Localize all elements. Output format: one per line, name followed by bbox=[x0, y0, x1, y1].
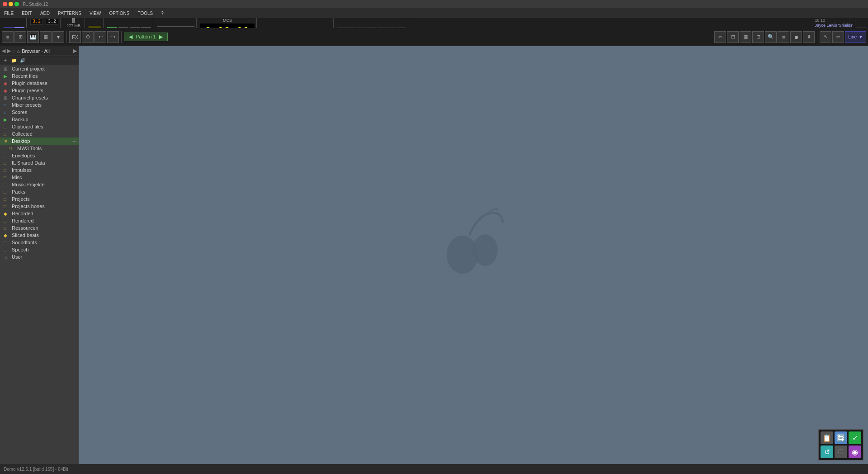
menu-patterns[interactable]: PATTERNS bbox=[56, 10, 84, 17]
browser-item-impulses[interactable]: □ Impulses bbox=[0, 166, 79, 174]
browser-item-packs[interactable]: □ Packs bbox=[0, 188, 79, 195]
browser-item-mw3-tools[interactable]: □ MW3 Tools bbox=[0, 145, 79, 152]
rendered-label: Rendered bbox=[12, 218, 33, 223]
browser-item-ressourcen[interactable]: □ Ressourcen bbox=[0, 224, 79, 232]
browser-item-current-project[interactable]: ⊞ Current project bbox=[0, 65, 79, 72]
menu-file[interactable]: FILE bbox=[2, 10, 16, 17]
song-time-label: 18:12 bbox=[815, 18, 826, 23]
seq-zoom-btn[interactable]: 🔍 bbox=[765, 31, 777, 43]
packs-icon: □ bbox=[4, 190, 10, 194]
pattern-icon-right: ▶ bbox=[159, 34, 163, 39]
menu-edit[interactable]: EDIT bbox=[19, 10, 34, 17]
line-type-dropdown[interactable]: Line ▼ bbox=[845, 31, 866, 43]
song-artist: Jayce Lewis 'Shields' bbox=[815, 23, 853, 28]
brush-mode-btn[interactable]: ✏ bbox=[832, 31, 844, 43]
browser-folder-btn[interactable]: 📁 bbox=[10, 57, 18, 64]
ql-effects-btn[interactable]: ◉ bbox=[849, 446, 861, 458]
ql-loop-btn[interactable]: ↺ bbox=[821, 446, 833, 458]
collected-icon: □ bbox=[4, 132, 10, 137]
plugin-presets-label: Plugin presets bbox=[12, 88, 43, 93]
playlist-btn[interactable]: ▦ bbox=[40, 31, 52, 43]
seq-paste-btn[interactable]: ▦ bbox=[740, 31, 751, 43]
redo-btn[interactable]: ↪ bbox=[107, 31, 119, 43]
plugin-database-label: Plugin database bbox=[12, 81, 47, 86]
mixer-btn[interactable]: ⊞ bbox=[14, 31, 26, 43]
browser-item-clipboard-files[interactable]: □ Clipboard files bbox=[0, 123, 79, 130]
undo-btn[interactable]: ↩ bbox=[94, 31, 106, 43]
menu-help[interactable]: ? bbox=[159, 10, 166, 17]
desktop-icon: ▼ bbox=[4, 139, 10, 144]
browser-fwd-btn[interactable]: ▶ bbox=[7, 48, 11, 54]
browser-item-projects[interactable]: □ Projects bbox=[0, 195, 79, 203]
browser-item-il-shared-data[interactable]: □ IL Shared Data bbox=[0, 159, 79, 166]
volume-label: ▐▌ bbox=[71, 18, 76, 23]
browser-item-mixer-presets[interactable]: ≡ Mixer presets bbox=[0, 101, 79, 109]
seq-select-btn[interactable]: ⊡ bbox=[752, 31, 764, 43]
ql-check-btn[interactable]: ✓ bbox=[849, 431, 861, 444]
musik-projekte-label: Musik-Projekte bbox=[12, 182, 45, 187]
channel-rack-btn[interactable]: ≡ bbox=[2, 31, 14, 43]
browser-item-desktop[interactable]: ▼ Desktop − bbox=[0, 137, 79, 145]
menu-add[interactable]: ADD bbox=[38, 10, 52, 17]
mw3-tools-label: MW3 Tools bbox=[17, 146, 42, 151]
fx-btn[interactable]: FX bbox=[69, 31, 81, 43]
fl-watermark bbox=[433, 200, 514, 310]
browser-item-envelopes[interactable]: □ Envelopes bbox=[0, 152, 79, 159]
clipboard-files-icon: □ bbox=[4, 124, 10, 129]
browser-expand-btn[interactable]: ▶ bbox=[73, 48, 77, 54]
envelopes-label: Envelopes bbox=[12, 153, 35, 158]
browser-item-projects-bones[interactable]: □ Projects bones bbox=[0, 203, 79, 210]
backup-label: Backup bbox=[12, 117, 28, 122]
pattern-button[interactable]: ◀ Pattern 1 ▶ bbox=[124, 33, 168, 41]
seq-cut-btn[interactable]: ✂ bbox=[714, 31, 726, 43]
browser-item-plugin-presets[interactable]: ◆ Plugin presets bbox=[0, 87, 79, 94]
browser-speaker-btn[interactable]: 🔊 bbox=[19, 57, 26, 64]
il-shared-data-label: IL Shared Data bbox=[12, 160, 45, 166]
snap-btn[interactable]: ⊙ bbox=[82, 31, 94, 43]
browser-item-backup[interactable]: ▶ Backup bbox=[0, 116, 79, 123]
browser-back-btn[interactable]: ◀ bbox=[2, 48, 5, 54]
browser-item-soundfonts[interactable]: □ Soundfonts bbox=[0, 239, 79, 246]
seq-mixer2-btn[interactable]: ≡ bbox=[778, 31, 789, 43]
seq-record-btn[interactable]: ⏺ bbox=[790, 31, 802, 43]
browser-item-rendered[interactable]: □ Rendered bbox=[0, 217, 79, 224]
sliced-beats-icon: ◆ bbox=[4, 233, 10, 238]
minimize-button[interactable] bbox=[9, 2, 13, 6]
menu-view[interactable]: VIEW bbox=[87, 10, 104, 17]
ql-refresh-btn[interactable]: 🔄 bbox=[835, 431, 847, 444]
browser-item-musik-projekte[interactable]: □ Musik-Projekte bbox=[0, 181, 79, 188]
current-project-label: Current project bbox=[12, 66, 45, 71]
seq-copy-btn[interactable]: ⊞ bbox=[727, 31, 739, 43]
main-workspace bbox=[79, 46, 868, 464]
browser-add-btn[interactable]: + bbox=[2, 57, 9, 64]
ql-clipboard-btn[interactable]: 📋 bbox=[821, 431, 833, 444]
browser-item-plugin-database[interactable]: ◆ Plugin database bbox=[0, 80, 79, 87]
browser-item-channel-presets[interactable]: ⊞ Channel presets bbox=[0, 94, 79, 101]
channel-presets-icon: ⊞ bbox=[4, 95, 10, 100]
piano-roll-btn[interactable]: 🎹 bbox=[27, 31, 39, 43]
browser-up-btn[interactable]: ↑ bbox=[13, 48, 15, 54]
browser-item-collected[interactable]: □ Collected bbox=[0, 130, 79, 137]
browser-item-speech[interactable]: □ Speech bbox=[0, 246, 79, 253]
title-text: FL Studio 12 bbox=[23, 2, 48, 7]
maximize-button[interactable] bbox=[14, 2, 19, 6]
window-controls[interactable] bbox=[3, 2, 19, 6]
packs-label: Packs bbox=[12, 189, 25, 194]
menu-options[interactable]: OPTIONS bbox=[107, 10, 132, 17]
seq-export-btn[interactable]: ⬇ bbox=[803, 31, 815, 43]
browser-item-misc[interactable]: □ Misc bbox=[0, 174, 79, 181]
user-icon: ☺ bbox=[4, 255, 10, 260]
ql-box-btn[interactable]: □ bbox=[835, 446, 847, 458]
arrow-mode-btn[interactable]: ↖ bbox=[820, 31, 831, 43]
browser-home-btn[interactable]: ⌂ bbox=[17, 48, 20, 54]
status-bar: Demo v12.5.1 [build 165] - 64Bit bbox=[0, 464, 868, 474]
browser-item-recorded[interactable]: ◆ Recorded bbox=[0, 210, 79, 217]
menu-tools[interactable]: TOOLS bbox=[135, 10, 155, 17]
plugin-picker-btn[interactable]: ▼ bbox=[52, 31, 64, 43]
close-button[interactable] bbox=[3, 2, 7, 6]
browser-item-scores[interactable]: ♪ Scores bbox=[0, 109, 79, 116]
browser-item-user[interactable]: ☺ User bbox=[0, 253, 79, 261]
mem-label: 277 MB bbox=[66, 24, 80, 28]
browser-item-recent-files[interactable]: ▶ Recent files bbox=[0, 72, 79, 80]
browser-item-sliced-beats[interactable]: ◆ Sliced beats bbox=[0, 232, 79, 239]
